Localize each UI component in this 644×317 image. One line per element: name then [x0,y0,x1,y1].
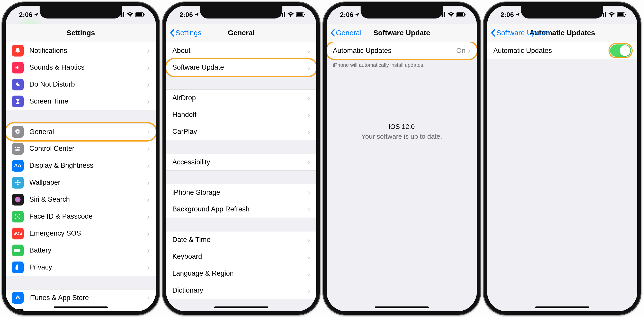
svg-rect-37 [605,12,606,17]
row-do-not-disturb[interactable]: Do Not Disturb› [6,76,156,93]
row-display-brightness[interactable]: AADisplay & Brightness› [6,157,156,174]
row-keyboard[interactable]: Keyboard› [166,248,316,265]
toggle-switch[interactable] [610,44,631,57]
flower-icon [12,177,24,189]
bell-icon [12,45,24,57]
chevron-left-icon [491,29,496,37]
status-time: 2:06 [19,11,32,19]
row-automatic-updates-toggle[interactable]: Automatic Updates [487,42,637,59]
battery-icon [135,12,145,17]
chevron-left-icon [330,29,335,37]
back-label: General [336,29,362,37]
row-label: Handoff [172,111,308,119]
phone-frame-4: 2:06 Software Update Automatic Updates A… [483,2,641,315]
aa-icon: AA [12,160,24,172]
siri-icon [12,194,24,206]
home-indicator[interactable] [375,306,429,308]
row-sounds-haptics[interactable]: Sounds & Haptics› [6,59,156,76]
row-label: Dictionary [172,286,308,294]
svg-point-10 [19,149,20,150]
svg-rect-17 [14,249,20,252]
row-label: Keyboard [172,253,308,260]
update-status: iOS 12.0 Your software is up to date. [327,122,477,141]
phone-frame-1: 2:06 Settings Notifications›Sounds & H [2,2,160,315]
home-indicator[interactable] [535,306,589,308]
back-button[interactable]: Settings [170,29,201,37]
svg-point-14 [15,182,16,183]
chevron-left-icon [170,29,175,37]
svg-rect-30 [444,12,445,17]
screen-general: 2:06 Settings General About›Software Upd… [166,6,316,311]
settings-list[interactable]: Notifications›Sounds & Haptics›Do Not Di… [6,42,156,311]
chevron-right-icon: › [147,310,150,312]
row-label: Date & Time [172,236,308,244]
chevron-right-icon: › [147,127,150,136]
svg-point-12 [17,180,19,182]
row-label: Face ID & Passcode [29,212,147,220]
row-control-center[interactable]: Control Center› [6,140,156,157]
svg-rect-32 [457,13,463,16]
screen-settings: 2:06 Settings Notifications›Sounds & H [6,6,156,311]
automatic-updates-content: Automatic Updates [487,42,637,311]
row-date-time[interactable]: Date & Time› [166,231,316,248]
row-wallpaper[interactable]: Wallpaper› [6,174,156,191]
row-face-id-passcode[interactable]: Face ID & Passcode› [6,208,156,225]
row-value: On [456,47,466,55]
svg-rect-22 [282,13,283,17]
screen-software-update: 2:06 General Software Update Automatic U… [327,6,477,311]
chevron-right-icon: › [147,144,150,153]
row-label: AirDrop [172,94,308,102]
row-battery[interactable]: Battery› [6,242,156,259]
chevron-right-icon: › [147,80,150,89]
row-airdrop[interactable]: AirDrop› [166,89,316,106]
back-button[interactable]: Software Update [491,29,550,37]
row-itunes-app-store[interactable]: iTunes & App Store› [6,289,156,306]
row-language-region[interactable]: Language & Region› [166,265,316,282]
row-emergency-sos[interactable]: SOSEmergency SOS› [6,225,156,242]
row-label: Display & Brightness [29,162,147,170]
row-about[interactable]: About› [166,42,316,59]
row-accessibility[interactable]: Accessibility› [166,154,316,171]
row-label: General [29,128,147,136]
row-screen-time[interactable]: Screen Time› [6,93,156,110]
row-software-update[interactable]: Software Update› [166,59,316,76]
chevron-right-icon: › [147,246,150,255]
faceid-icon [12,211,24,222]
home-indicator[interactable] [54,306,108,308]
nav-bar: Settings General [166,24,316,42]
row-carplay[interactable]: CarPlay› [166,123,316,140]
svg-rect-6 [144,14,145,15]
row-notifications[interactable]: Notifications› [6,42,156,59]
row-automatic-updates[interactable]: Automatic Updates On › [327,42,477,59]
svg-point-13 [17,184,19,185]
row-privacy[interactable]: Privacy› [6,259,156,276]
row-background-app-refresh[interactable]: Background App Refresh› [166,201,316,218]
general-list[interactable]: About›Software Update›AirDrop›Handoff›Ca… [166,42,316,311]
row-siri-search[interactable]: Siri & Search› [6,191,156,208]
row-iphone-storage[interactable]: iPhone Storage› [166,184,316,201]
battery-icon [617,12,627,17]
svg-rect-18 [21,250,21,251]
battery-icon [456,12,466,17]
home-indicator[interactable] [214,306,268,308]
appstore-icon [12,292,24,304]
nav-bar: General Software Update [327,24,477,42]
row-label: Do Not Disturb [29,80,147,88]
chevron-right-icon: › [147,195,150,204]
row-dictionary[interactable]: Dictionary› [166,282,316,299]
svg-rect-40 [625,14,626,15]
phone-frame-3: 2:06 General Software Update Automatic U… [323,2,481,315]
chevron-right-icon: › [308,127,310,136]
row-label: Privacy [29,263,147,271]
wifi-icon [127,12,133,17]
chevron-right-icon: › [147,229,150,238]
moon-icon [12,79,24,90]
chevron-right-icon: › [308,188,310,197]
row-handoff[interactable]: Handoff› [166,106,316,123]
row-label: Emergency SOS [29,229,147,237]
row-general[interactable]: General› [6,123,156,140]
row-label: Wallet & Apple Pay [29,311,147,311]
gear-icon [12,126,24,138]
svg-point-9 [16,147,17,148]
back-button[interactable]: General [330,29,362,37]
